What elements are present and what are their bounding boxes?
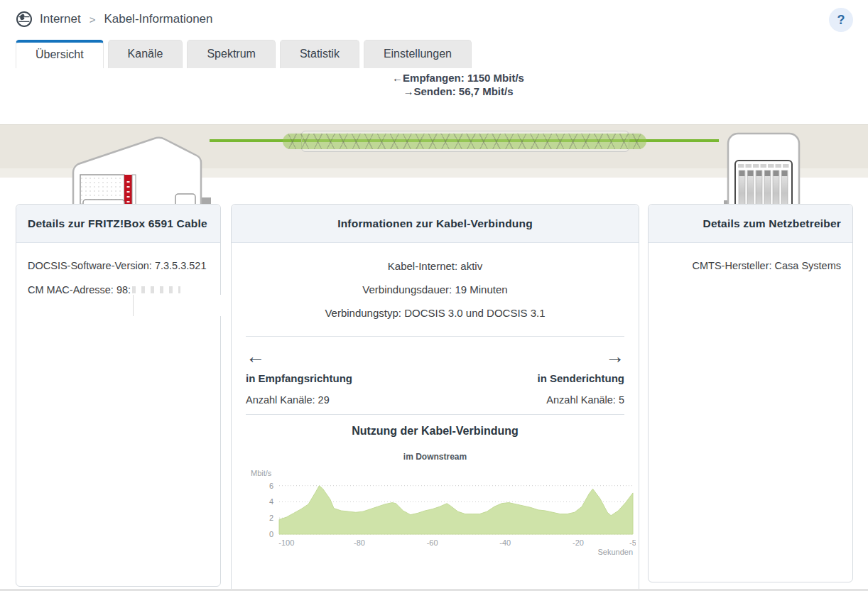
downstream-usage-chart: Mbit/s0246-100-80-60-40-20-5Sekunden [246, 467, 624, 558]
usage-chart-title: Nutzung der Kabel-Verbindung [246, 425, 624, 438]
docsis-software-version: DOCSIS-Software-Version: 7.3.5.3.521 [28, 260, 209, 271]
receive-rate-text: Empfangen: 1150 Mbit/s [403, 72, 524, 84]
svg-text:6: 6 [269, 482, 273, 490]
cabinet-top-bars [738, 164, 789, 168]
svg-text:-5: -5 [629, 538, 636, 547]
tab-bar: Übersicht Kanäle Spektrum Statistik Eins… [16, 40, 476, 68]
fritzbox-cable-info-page: Internet > Kabel-Informationen ? Übersic… [0, 0, 868, 591]
send-rate-text: Senden: 56,7 Mbit/s [413, 85, 513, 97]
globe-icon [16, 11, 33, 28]
mac-redacted-remnants [132, 286, 180, 293]
help-button[interactable]: ? [829, 8, 853, 32]
connection-type: Verbindungstyp: DOCSIS 3.0 und DOCSIS 3.… [246, 307, 624, 319]
svg-text:-60: -60 [427, 538, 438, 547]
send-rate: →Senden: 56,7 Mbit/s [245, 85, 671, 98]
cmts-manufacturer: CMTS-Hersteller: Casa Systems [660, 260, 841, 271]
card-fritzbox-details: Details zur FRITZ!Box 6591 Cable DOCSIS-… [16, 204, 221, 587]
card-fritzbox-title: Details zur FRITZ!Box 6591 Cable [16, 205, 220, 243]
downstream-direction-label: in Empfangsrichtung [246, 372, 352, 384]
coax-cable-bundle [283, 134, 646, 149]
arrow-right-icon: → [403, 85, 413, 97]
tab-uebersicht[interactable]: Übersicht [16, 40, 104, 68]
breadcrumb: Internet > Kabel-Informationen [16, 11, 213, 28]
receive-rate: ←Empfangen: 1150 Mbit/s [245, 71, 671, 85]
cm-mac-address-text: CM MAC-Adresse: 98: [28, 284, 131, 296]
upstream-direction-label: in Senderichtung [537, 372, 624, 384]
card-provider-title: Details zum Netzbetreiber [649, 205, 852, 243]
svg-text:2: 2 [269, 514, 273, 522]
downstream-channel-count: Anzahl Kanäle: 29 [246, 394, 330, 406]
usage-chart-subtitle: im Downstream [246, 452, 624, 462]
mac-redaction-box [133, 295, 232, 316]
top-bar: Internet > Kabel-Informationen ? [0, 0, 868, 40]
svg-text:Sekunden: Sekunden [597, 548, 633, 555]
cable-internet-status: Kabel-Internet: aktiv [246, 260, 624, 272]
card-connection-info: Informationen zur Kabel-Verbindung Kabel… [231, 204, 639, 591]
svg-text:4: 4 [269, 497, 273, 506]
upstream-channel-count: Anzahl Kanäle: 5 [546, 394, 624, 406]
svg-text:-20: -20 [573, 538, 584, 547]
svg-text:Mbit/s: Mbit/s [251, 469, 272, 477]
cm-mac-address: CM MAC-Adresse: 98: [28, 284, 209, 296]
chevron-right-icon: > [89, 13, 96, 26]
tab-kanaele[interactable]: Kanäle [108, 40, 183, 68]
card-provider-details: Details zum Netzbetreiber CMTS-Herstelle… [648, 204, 853, 582]
svg-text:-40: -40 [499, 538, 511, 547]
downstream-arrow-icon: ← [246, 345, 265, 368]
arrow-left-icon: ← [392, 72, 403, 84]
tab-spektrum[interactable]: Spektrum [187, 40, 275, 68]
svg-text:-80: -80 [354, 538, 365, 547]
svg-text:0: 0 [269, 530, 273, 538]
upstream-arrow-icon: → [605, 345, 624, 368]
tab-einstellungen[interactable]: Einstellungen [364, 40, 472, 68]
divider [246, 336, 624, 337]
connection-duration: Verbindungsdauer: 19 Minuten [246, 283, 624, 296]
tab-statistik[interactable]: Statistik [280, 40, 359, 68]
breadcrumb-internet[interactable]: Internet [40, 12, 81, 26]
throughput-stats: ←Empfangen: 1150 Mbit/s →Senden: 56,7 Mb… [245, 71, 671, 98]
divider [246, 414, 624, 415]
card-connection-title: Informationen zur Kabel-Verbindung [232, 205, 639, 243]
svg-text:-100: -100 [278, 538, 294, 547]
page-title: Kabel-Informationen [104, 12, 212, 26]
cable-connection-diagram: ←Empfangen: 1150 Mbit/s →Senden: 56,7 Mb… [0, 68, 868, 178]
